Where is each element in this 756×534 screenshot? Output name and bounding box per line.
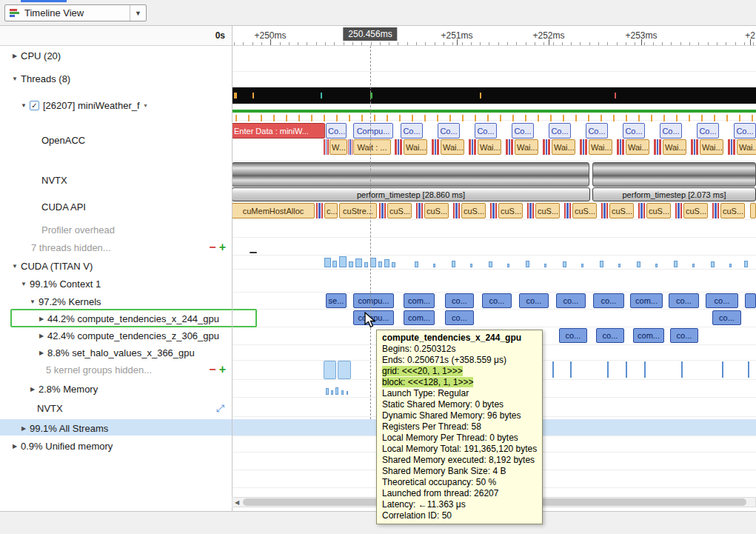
memory-activity-bar[interactable] xyxy=(452,261,455,267)
tree-item-nvtx[interactable]: NVTX xyxy=(0,172,232,188)
tree-item-26207-miniweather-f[interactable]: ▼✓[26207] miniWeather_f▾ xyxy=(0,97,232,113)
memory-activity-bar[interactable] xyxy=(600,261,603,267)
cuda-kernel-bar[interactable]: se... xyxy=(326,293,347,308)
memory-activity-bar[interactable] xyxy=(618,264,620,267)
chevron-right-icon[interactable]: ▶ xyxy=(19,425,28,432)
chevron-down-icon[interactable]: ▼ xyxy=(19,102,28,109)
cuda-api-call-bar[interactable]: cuS... xyxy=(387,203,412,218)
tree-item-profiler-overhead[interactable]: Profiler overhead xyxy=(0,221,232,238)
openacc-wait-bar[interactable]: Wai... xyxy=(663,139,686,155)
memory-activity-bar[interactable] xyxy=(507,264,509,267)
cuda-api-call-bar[interactable]: cuS... xyxy=(720,203,745,218)
openacc-compute-bar[interactable]: Co... xyxy=(734,123,756,138)
hidden-kernel-group-bar[interactable] xyxy=(338,361,351,379)
chevron-down-icon[interactable]: ▼ xyxy=(10,263,19,270)
cuda-kernel-bar[interactable]: co... xyxy=(519,293,549,308)
chevron-down-icon[interactable]: ▾ xyxy=(144,102,147,109)
memory-activity-bar[interactable] xyxy=(339,256,347,267)
tree-item-2-8-memory[interactable]: ▶2.8% Memory xyxy=(0,381,232,397)
tree-item-cuda-titan-v[interactable]: ▼CUDA (TITAN V) xyxy=(0,258,232,274)
cuda-api-call-bar[interactable]: cuS... xyxy=(646,203,671,218)
cuda-api-call-bar[interactable]: cuS... xyxy=(609,203,634,218)
scroll-left-arrow-icon[interactable]: ◀ xyxy=(235,499,239,506)
tree-item-8-8-set-halo-values-x-366-gpu[interactable]: ▶8.8% set_halo_values_x_366_gpu xyxy=(0,344,232,361)
memory-activity-bar[interactable] xyxy=(470,264,472,267)
cuda-kernel-bar[interactable]: co... xyxy=(669,293,699,308)
memory-activity-bar[interactable] xyxy=(332,261,337,267)
openacc-wait-bar[interactable]: W... xyxy=(330,139,347,155)
openacc-wait-bar[interactable]: Wai... xyxy=(478,139,501,155)
nvtx-collapsed-ranges-bar[interactable] xyxy=(232,162,589,187)
memory-activity-bar[interactable] xyxy=(692,264,695,267)
chevron-right-icon[interactable]: ▶ xyxy=(37,350,46,356)
memory-activity-bar[interactable] xyxy=(637,261,640,267)
memory-activity-bar[interactable] xyxy=(674,261,678,267)
memory-activity-bar[interactable] xyxy=(355,258,362,267)
memory-activity-bar[interactable] xyxy=(744,261,748,267)
openacc-wait-bar[interactable]: Wai... xyxy=(441,139,464,155)
openacc-compute-bar[interactable]: Co... xyxy=(326,123,347,138)
nvtx-range-bar[interactable]: perform_timestep [28.860 ms] xyxy=(232,187,590,201)
memory-activity-bar[interactable] xyxy=(341,390,344,395)
checkbox-checked[interactable]: ✓ xyxy=(30,101,39,110)
memory-activity-bar[interactable] xyxy=(544,264,546,267)
cuda-kernel-bar[interactable]: co... xyxy=(445,293,474,308)
cuda-kernel-bar[interactable]: co... xyxy=(482,293,512,308)
openacc-wait-bar[interactable]: Wai... xyxy=(404,139,427,155)
cuda-api-call-bar[interactable]: cuS... xyxy=(535,203,560,218)
cuda-kernel-bar[interactable]: compu... xyxy=(353,293,394,308)
memory-activity-bar[interactable] xyxy=(392,262,395,267)
tree-item-openacc[interactable]: OpenACC xyxy=(0,132,232,148)
cuda-kernel-bar[interactable]: com... xyxy=(404,310,435,325)
openacc-wait-bar[interactable]: Wai... xyxy=(737,139,756,155)
cuda-kernel-bar[interactable]: co... xyxy=(670,328,698,343)
thread-state-bar[interactable] xyxy=(232,87,756,104)
tree-item-99-1-all-streams[interactable]: ▶99.1% All Streams xyxy=(0,420,232,436)
memory-activity-bar[interactable] xyxy=(711,261,715,267)
openacc-compute-bar[interactable]: Co... xyxy=(401,123,423,138)
openacc-compute-bar[interactable]: Co... xyxy=(697,123,719,138)
tree-item-99-1-context-1[interactable]: ▼99.1% Context 1 xyxy=(0,276,232,292)
memory-activity-bar[interactable] xyxy=(581,264,583,267)
memory-activity-bar[interactable] xyxy=(433,264,435,267)
openacc-compute-bar[interactable]: Co... xyxy=(438,123,460,138)
openacc-compute-bar[interactable]: Co... xyxy=(660,123,682,138)
cuda-kernel-bar[interactable]: com... xyxy=(630,293,663,308)
memory-activity-bar[interactable] xyxy=(563,261,566,267)
nvtx-range-bar[interactable]: perform_timestep [2.073 ms] xyxy=(592,187,756,201)
memory-activity-bar[interactable] xyxy=(349,261,353,267)
cuda-kernel-bar[interactable]: co... xyxy=(556,293,586,308)
cuda-kernel-bar[interactable]: co... xyxy=(593,293,624,308)
tree-item-cpu-20[interactable]: ▶CPU (20) xyxy=(0,47,232,64)
panel-divider[interactable] xyxy=(232,26,233,511)
cuda-kernel-bar[interactable]: co... xyxy=(559,328,587,343)
tree-item-5-kernel-groups-hidden[interactable]: 5 kernel groups hidden...−+ xyxy=(0,361,232,378)
hidden-kernel-group-bar[interactable] xyxy=(324,361,336,379)
expand-row-icon[interactable]: ⤢ xyxy=(216,402,224,415)
remove-filter-icon[interactable]: − xyxy=(209,363,215,376)
chevron-right-icon[interactable]: ▶ xyxy=(10,53,19,59)
cuda-api-call-bar[interactable]: cuS... xyxy=(572,203,597,218)
memory-activity-bar[interactable] xyxy=(370,258,376,267)
memory-activity-bar[interactable] xyxy=(729,264,732,267)
chevron-down-icon[interactable]: ▼ xyxy=(28,298,37,305)
openacc-data-region-bar[interactable]: Enter Data : miniW... xyxy=(232,123,325,138)
openacc-wait-bar[interactable]: Wait : ... xyxy=(353,139,391,155)
add-filter-icon[interactable]: + xyxy=(219,241,226,254)
cuda-kernel-bar[interactable]: co... xyxy=(712,310,741,325)
memory-activity-bar[interactable] xyxy=(335,387,338,395)
add-filter-icon[interactable]: + xyxy=(219,363,226,376)
row-mark[interactable] xyxy=(250,252,257,253)
chevron-down-icon[interactable]: ▼ xyxy=(19,281,28,287)
memory-activity-bar[interactable] xyxy=(347,391,348,395)
cuda-kernel-bar[interactable]: com... xyxy=(404,293,435,308)
cuda-kernel-bar[interactable]: com... xyxy=(633,328,664,343)
openacc-compute-bar[interactable]: Co... xyxy=(475,123,497,138)
memory-activity-bar[interactable] xyxy=(384,259,389,267)
openacc-compute-bar[interactable]: Co... xyxy=(549,123,571,138)
openacc-compute-bar[interactable]: Co... xyxy=(623,123,645,138)
cuda-kernel-bar[interactable]: co... xyxy=(445,310,474,325)
tree-item-7-threads-hidden[interactable]: 7 threads hidden...−+ xyxy=(0,239,232,256)
nvtx-collapsed-ranges-bar[interactable] xyxy=(592,162,756,187)
chevron-right-icon[interactable]: ▶ xyxy=(10,443,19,450)
